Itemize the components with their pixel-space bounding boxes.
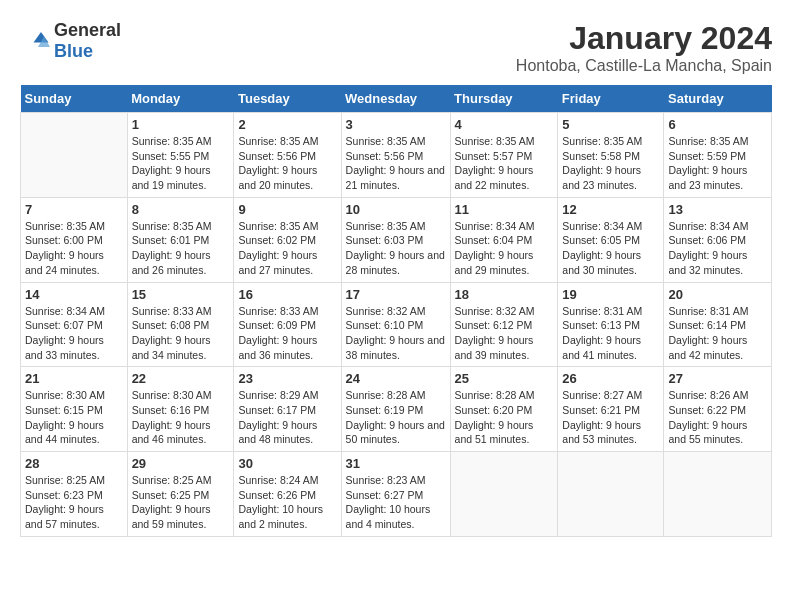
header-row: Sunday Monday Tuesday Wednesday Thursday… xyxy=(21,85,772,113)
calendar-cell: 21Sunrise: 8:30 AMSunset: 6:15 PMDayligh… xyxy=(21,367,128,452)
day-detail: Sunrise: 8:34 AMSunset: 6:04 PMDaylight:… xyxy=(455,219,554,278)
col-wednesday: Wednesday xyxy=(341,85,450,113)
logo-blue: Blue xyxy=(54,41,93,61)
day-number: 13 xyxy=(668,202,767,217)
day-number: 21 xyxy=(25,371,123,386)
col-saturday: Saturday xyxy=(664,85,772,113)
col-sunday: Sunday xyxy=(21,85,128,113)
day-number: 23 xyxy=(238,371,336,386)
day-detail: Sunrise: 8:35 AMSunset: 6:00 PMDaylight:… xyxy=(25,219,123,278)
calendar-cell: 29Sunrise: 8:25 AMSunset: 6:25 PMDayligh… xyxy=(127,452,234,537)
calendar-cell: 20Sunrise: 8:31 AMSunset: 6:14 PMDayligh… xyxy=(664,282,772,367)
day-detail: Sunrise: 8:35 AMSunset: 6:03 PMDaylight:… xyxy=(346,219,446,278)
day-number: 19 xyxy=(562,287,659,302)
day-detail: Sunrise: 8:35 AMSunset: 6:01 PMDaylight:… xyxy=(132,219,230,278)
calendar-cell: 2Sunrise: 8:35 AMSunset: 5:56 PMDaylight… xyxy=(234,113,341,198)
calendar-cell: 1Sunrise: 8:35 AMSunset: 5:55 PMDaylight… xyxy=(127,113,234,198)
day-number: 9 xyxy=(238,202,336,217)
day-number: 14 xyxy=(25,287,123,302)
day-detail: Sunrise: 8:23 AMSunset: 6:27 PMDaylight:… xyxy=(346,473,446,532)
calendar-cell: 10Sunrise: 8:35 AMSunset: 6:03 PMDayligh… xyxy=(341,197,450,282)
calendar-cell: 26Sunrise: 8:27 AMSunset: 6:21 PMDayligh… xyxy=(558,367,664,452)
calendar-cell: 12Sunrise: 8:34 AMSunset: 6:05 PMDayligh… xyxy=(558,197,664,282)
calendar-cell: 6Sunrise: 8:35 AMSunset: 5:59 PMDaylight… xyxy=(664,113,772,198)
calendar-cell xyxy=(664,452,772,537)
day-detail: Sunrise: 8:31 AMSunset: 6:14 PMDaylight:… xyxy=(668,304,767,363)
calendar-cell xyxy=(558,452,664,537)
day-detail: Sunrise: 8:27 AMSunset: 6:21 PMDaylight:… xyxy=(562,388,659,447)
day-detail: Sunrise: 8:34 AMSunset: 6:07 PMDaylight:… xyxy=(25,304,123,363)
day-detail: Sunrise: 8:34 AMSunset: 6:06 PMDaylight:… xyxy=(668,219,767,278)
calendar-week-4: 21Sunrise: 8:30 AMSunset: 6:15 PMDayligh… xyxy=(21,367,772,452)
calendar-cell: 17Sunrise: 8:32 AMSunset: 6:10 PMDayligh… xyxy=(341,282,450,367)
day-number: 12 xyxy=(562,202,659,217)
col-monday: Monday xyxy=(127,85,234,113)
calendar-cell: 22Sunrise: 8:30 AMSunset: 6:16 PMDayligh… xyxy=(127,367,234,452)
calendar-week-2: 7Sunrise: 8:35 AMSunset: 6:00 PMDaylight… xyxy=(21,197,772,282)
day-number: 5 xyxy=(562,117,659,132)
calendar-cell: 9Sunrise: 8:35 AMSunset: 6:02 PMDaylight… xyxy=(234,197,341,282)
day-number: 31 xyxy=(346,456,446,471)
day-detail: Sunrise: 8:35 AMSunset: 5:59 PMDaylight:… xyxy=(668,134,767,193)
calendar-week-3: 14Sunrise: 8:34 AMSunset: 6:07 PMDayligh… xyxy=(21,282,772,367)
calendar-cell: 5Sunrise: 8:35 AMSunset: 5:58 PMDaylight… xyxy=(558,113,664,198)
day-number: 3 xyxy=(346,117,446,132)
day-detail: Sunrise: 8:32 AMSunset: 6:12 PMDaylight:… xyxy=(455,304,554,363)
day-detail: Sunrise: 8:35 AMSunset: 6:02 PMDaylight:… xyxy=(238,219,336,278)
day-number: 2 xyxy=(238,117,336,132)
day-detail: Sunrise: 8:29 AMSunset: 6:17 PMDaylight:… xyxy=(238,388,336,447)
day-number: 30 xyxy=(238,456,336,471)
logo: General Blue xyxy=(20,20,121,62)
day-detail: Sunrise: 8:35 AMSunset: 5:56 PMDaylight:… xyxy=(238,134,336,193)
calendar-cell: 24Sunrise: 8:28 AMSunset: 6:19 PMDayligh… xyxy=(341,367,450,452)
day-number: 15 xyxy=(132,287,230,302)
calendar-cell xyxy=(21,113,128,198)
logo-general: General xyxy=(54,20,121,40)
day-detail: Sunrise: 8:35 AMSunset: 5:55 PMDaylight:… xyxy=(132,134,230,193)
day-number: 24 xyxy=(346,371,446,386)
header: General Blue January 2024 Hontoba, Casti… xyxy=(20,20,772,75)
calendar-cell: 4Sunrise: 8:35 AMSunset: 5:57 PMDaylight… xyxy=(450,113,558,198)
day-detail: Sunrise: 8:35 AMSunset: 5:56 PMDaylight:… xyxy=(346,134,446,193)
calendar-cell: 18Sunrise: 8:32 AMSunset: 6:12 PMDayligh… xyxy=(450,282,558,367)
day-number: 28 xyxy=(25,456,123,471)
day-detail: Sunrise: 8:26 AMSunset: 6:22 PMDaylight:… xyxy=(668,388,767,447)
calendar-cell: 27Sunrise: 8:26 AMSunset: 6:22 PMDayligh… xyxy=(664,367,772,452)
day-number: 1 xyxy=(132,117,230,132)
day-detail: Sunrise: 8:28 AMSunset: 6:20 PMDaylight:… xyxy=(455,388,554,447)
day-number: 27 xyxy=(668,371,767,386)
calendar-cell: 15Sunrise: 8:33 AMSunset: 6:08 PMDayligh… xyxy=(127,282,234,367)
calendar-cell: 13Sunrise: 8:34 AMSunset: 6:06 PMDayligh… xyxy=(664,197,772,282)
calendar-cell: 3Sunrise: 8:35 AMSunset: 5:56 PMDaylight… xyxy=(341,113,450,198)
day-number: 20 xyxy=(668,287,767,302)
calendar-cell: 8Sunrise: 8:35 AMSunset: 6:01 PMDaylight… xyxy=(127,197,234,282)
day-detail: Sunrise: 8:25 AMSunset: 6:25 PMDaylight:… xyxy=(132,473,230,532)
day-number: 22 xyxy=(132,371,230,386)
day-number: 25 xyxy=(455,371,554,386)
day-detail: Sunrise: 8:24 AMSunset: 6:26 PMDaylight:… xyxy=(238,473,336,532)
day-detail: Sunrise: 8:34 AMSunset: 6:05 PMDaylight:… xyxy=(562,219,659,278)
calendar-cell: 28Sunrise: 8:25 AMSunset: 6:23 PMDayligh… xyxy=(21,452,128,537)
calendar-cell: 30Sunrise: 8:24 AMSunset: 6:26 PMDayligh… xyxy=(234,452,341,537)
day-number: 10 xyxy=(346,202,446,217)
day-number: 18 xyxy=(455,287,554,302)
day-number: 4 xyxy=(455,117,554,132)
calendar-cell: 31Sunrise: 8:23 AMSunset: 6:27 PMDayligh… xyxy=(341,452,450,537)
day-detail: Sunrise: 8:33 AMSunset: 6:09 PMDaylight:… xyxy=(238,304,336,363)
calendar-cell: 11Sunrise: 8:34 AMSunset: 6:04 PMDayligh… xyxy=(450,197,558,282)
day-number: 26 xyxy=(562,371,659,386)
location-title: Hontoba, Castille-La Mancha, Spain xyxy=(516,57,772,75)
col-thursday: Thursday xyxy=(450,85,558,113)
day-detail: Sunrise: 8:25 AMSunset: 6:23 PMDaylight:… xyxy=(25,473,123,532)
day-number: 29 xyxy=(132,456,230,471)
day-detail: Sunrise: 8:35 AMSunset: 5:58 PMDaylight:… xyxy=(562,134,659,193)
day-number: 16 xyxy=(238,287,336,302)
logo-icon xyxy=(20,26,50,56)
calendar-cell: 19Sunrise: 8:31 AMSunset: 6:13 PMDayligh… xyxy=(558,282,664,367)
month-title: January 2024 xyxy=(516,20,772,57)
day-detail: Sunrise: 8:30 AMSunset: 6:16 PMDaylight:… xyxy=(132,388,230,447)
day-detail: Sunrise: 8:32 AMSunset: 6:10 PMDaylight:… xyxy=(346,304,446,363)
title-section: January 2024 Hontoba, Castille-La Mancha… xyxy=(516,20,772,75)
calendar-cell: 16Sunrise: 8:33 AMSunset: 6:09 PMDayligh… xyxy=(234,282,341,367)
day-detail: Sunrise: 8:31 AMSunset: 6:13 PMDaylight:… xyxy=(562,304,659,363)
